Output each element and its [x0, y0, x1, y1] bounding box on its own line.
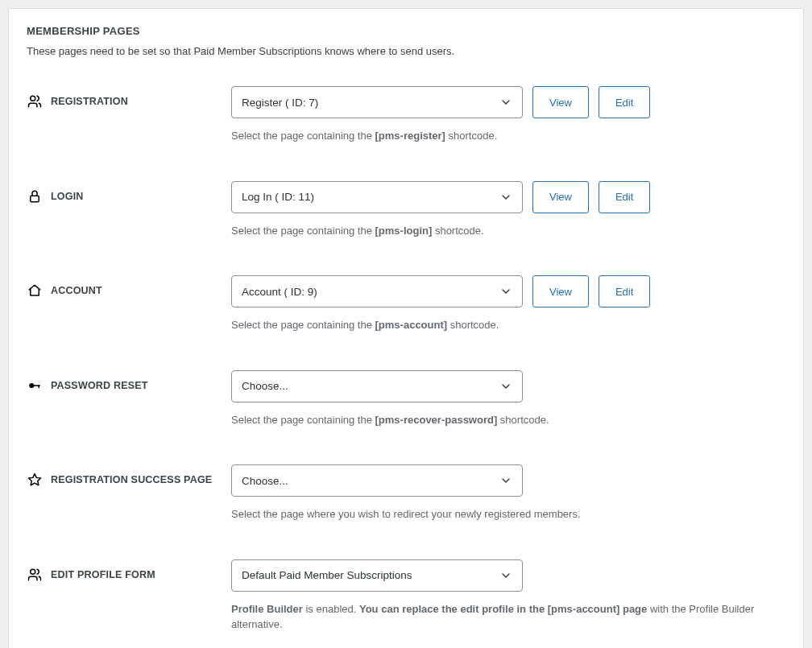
- label-account: ACCOUNT: [27, 275, 231, 299]
- panel-title: MEMBERSHIP PAGES: [27, 25, 785, 37]
- view-button[interactable]: View: [532, 181, 589, 213]
- label-text-edit-profile: EDIT PROFILE FORM: [51, 569, 155, 580]
- select-password-reset-page[interactable]: Choose...: [231, 370, 523, 402]
- helper-registration: Select the page containing the [pms-regi…: [231, 128, 785, 144]
- view-button[interactable]: View: [532, 86, 589, 118]
- row-registration: REGISTRATION Register ( ID: 7) View Edit…: [27, 86, 785, 144]
- ctrl-registration: Register ( ID: 7) View Edit Select the p…: [231, 86, 785, 144]
- chevron-down-icon: [499, 191, 512, 204]
- view-button[interactable]: View: [532, 275, 589, 307]
- helper-registration-success: Select the page where you wish to redire…: [231, 506, 785, 522]
- svg-rect-4: [39, 385, 40, 388]
- svg-point-2: [29, 383, 34, 388]
- home-icon: [27, 283, 43, 299]
- label-text-password-reset: PASSWORD RESET: [51, 380, 148, 391]
- star-icon: [27, 472, 43, 488]
- edit-button[interactable]: Edit: [599, 275, 650, 307]
- lock-icon: [27, 188, 43, 204]
- helper-password-reset: Select the page containing the [pms-reco…: [231, 412, 785, 428]
- key-icon: [27, 378, 43, 394]
- label-text-login: LOGIN: [51, 191, 84, 202]
- svg-rect-1: [31, 196, 39, 202]
- row-registration-success: REGISTRATION SUCCESS PAGE Choose... Sele…: [27, 464, 785, 522]
- select-registration-success-page[interactable]: Choose...: [231, 464, 523, 497]
- panel-description: These pages need to be set so that Paid …: [27, 45, 785, 57]
- membership-pages-panel: MEMBERSHIP PAGES These pages need to be …: [8, 8, 804, 648]
- select-value: Register ( ID: 7): [242, 97, 318, 109]
- label-text-registration-success: REGISTRATION SUCCESS PAGE: [51, 474, 212, 485]
- ctrl-account: Account ( ID: 9) View Edit Select the pa…: [231, 275, 785, 333]
- chevron-down-icon: [499, 96, 512, 109]
- chevron-down-icon: [499, 380, 512, 393]
- select-value: Log In ( ID: 11): [242, 191, 314, 203]
- row-password-reset: PASSWORD RESET Choose... Select the page…: [27, 370, 785, 428]
- label-login: LOGIN: [27, 181, 231, 204]
- select-value: Choose...: [242, 475, 288, 487]
- svg-point-6: [31, 569, 35, 574]
- select-value: Account ( ID: 9): [242, 286, 317, 298]
- helper-edit-profile: Profile Builder is enabled. You can repl…: [231, 601, 785, 633]
- ctrl-login: Log In ( ID: 11) View Edit Select the pa…: [231, 181, 785, 239]
- chevron-down-icon: [499, 569, 512, 582]
- chevron-down-icon: [499, 285, 512, 298]
- select-edit-profile-form[interactable]: Default Paid Member Subscriptions: [231, 559, 523, 592]
- select-value: Choose...: [242, 380, 288, 392]
- users-icon: [27, 567, 43, 583]
- users-icon: [27, 93, 43, 109]
- label-registration: REGISTRATION: [27, 86, 231, 109]
- label-password-reset: PASSWORD RESET: [27, 370, 231, 394]
- select-account-page[interactable]: Account ( ID: 9): [231, 275, 523, 307]
- svg-point-0: [31, 96, 35, 101]
- label-edit-profile: EDIT PROFILE FORM: [27, 559, 231, 583]
- label-registration-success: REGISTRATION SUCCESS PAGE: [27, 464, 231, 488]
- row-edit-profile: EDIT PROFILE FORM Default Paid Member Su…: [27, 559, 785, 633]
- svg-marker-5: [29, 474, 41, 485]
- ctrl-password-reset: Choose... Select the page containing the…: [231, 370, 785, 428]
- select-registration-page[interactable]: Register ( ID: 7): [231, 86, 523, 118]
- ctrl-edit-profile: Default Paid Member Subscriptions Profil…: [231, 559, 785, 633]
- label-text-registration: REGISTRATION: [51, 96, 128, 107]
- edit-button[interactable]: Edit: [599, 181, 650, 213]
- helper-login: Select the page containing the [pms-logi…: [231, 223, 785, 239]
- select-login-page[interactable]: Log In ( ID: 11): [231, 181, 523, 213]
- helper-account: Select the page containing the [pms-acco…: [231, 317, 785, 333]
- select-value: Default Paid Member Subscriptions: [242, 569, 412, 581]
- chevron-down-icon: [499, 474, 512, 487]
- edit-button[interactable]: Edit: [599, 86, 650, 118]
- row-login: LOGIN Log In ( ID: 11) View Edit Select …: [27, 181, 785, 239]
- label-text-account: ACCOUNT: [51, 285, 102, 296]
- row-account: ACCOUNT Account ( ID: 9) View Edit Selec…: [27, 275, 785, 333]
- ctrl-registration-success: Choose... Select the page where you wish…: [231, 464, 785, 522]
